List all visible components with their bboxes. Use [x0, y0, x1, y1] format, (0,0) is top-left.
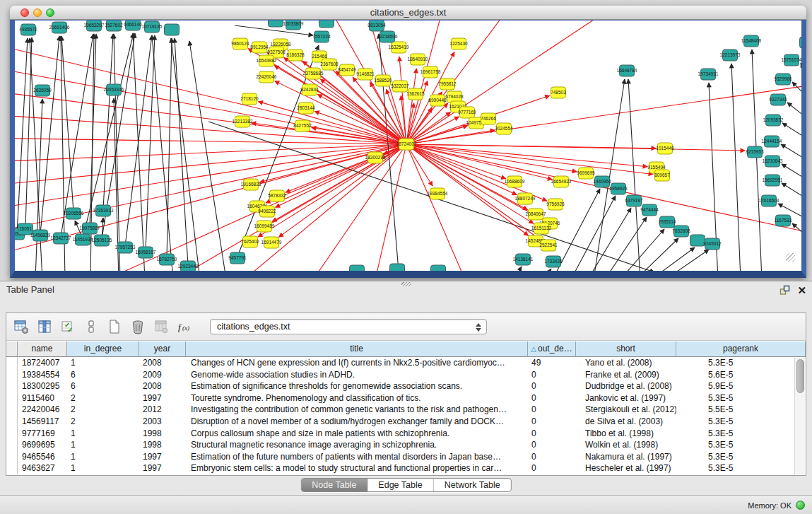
cell-year: 1997 [139, 462, 186, 474]
import-table-icon[interactable] [153, 319, 169, 334]
select-all-icon[interactable]: ✓ ✓ [60, 319, 76, 334]
graph-node[interactable] [431, 265, 446, 271]
close-panel-icon[interactable]: ✕ [797, 285, 806, 296]
cell-in_degree: 2 [67, 404, 139, 416]
graph-node-label: 6794028 [445, 94, 464, 99]
table-vertical-scrollbar[interactable] [794, 358, 805, 474]
graph-node[interactable] [165, 24, 180, 35]
scrollbar-thumb[interactable] [796, 359, 804, 393]
graph-node-label: 12505135 [92, 238, 112, 243]
cell-short: Dudbridge et al. (2008) [576, 380, 676, 392]
graph-node-label: 2367608 [320, 62, 339, 66]
function-builder-icon[interactable]: f (x) [177, 319, 192, 334]
cell-title: Estimation of significance thresholds fo… [186, 380, 528, 392]
cell-title: Tourette syndrome. Phenomenology and cla… [186, 392, 528, 404]
graph-node-label: 20691406 [49, 25, 70, 30]
row-gutter [6, 428, 18, 440]
cell-in_degree: 2 [67, 392, 139, 404]
table-panel-title: Table Panel [6, 284, 54, 295]
graph-node-label: 16654923 [551, 179, 572, 184]
column-header-in_degree[interactable]: in_degree [67, 341, 139, 357]
network-view[interactable]: 1872400798601248912954132260589327508165… [15, 21, 801, 271]
column-header-pagerank[interactable]: pagerank [676, 341, 806, 357]
rows-icon[interactable] [83, 319, 99, 334]
memory-ok-icon [796, 501, 805, 510]
table-row[interactable]: 1830029562008Estimation of significance … [6, 380, 806, 392]
graph-node-label: 16033809 [283, 21, 304, 26]
minimize-window-icon[interactable] [33, 8, 42, 17]
graph-node-label: 6990448 [428, 98, 447, 103]
header-gutter [6, 341, 18, 357]
cell-year: 1998 [139, 428, 186, 440]
float-window-icon[interactable] [779, 285, 790, 296]
table-settings-icon[interactable] [13, 319, 29, 334]
memory-label: Memory: OK [748, 501, 792, 510]
table-row[interactable]: 911546021997Tourette syndrome. Phenomeno… [6, 392, 806, 404]
cell-short: Tibbo et al. (1998) [576, 428, 676, 440]
tab-edge-table[interactable]: Edge Table [367, 479, 433, 491]
graph-node-label: 13226058 [271, 42, 291, 47]
new-table-icon[interactable] [107, 319, 122, 334]
graph-node[interactable] [690, 235, 705, 246]
graph-node[interactable] [800, 37, 802, 48]
graph-node-label: 3024554 [495, 126, 513, 131]
graph-node-label: 9329966 [774, 76, 792, 81]
graph-node-label: 1440954 [593, 179, 611, 184]
graph-node-label: 16782759 [157, 257, 177, 262]
graph-node-label: 9327508 [267, 49, 286, 54]
graph-node-label: 12923448 [178, 264, 199, 269]
tab-node-table[interactable]: Node Table [301, 479, 367, 491]
memory-indicator[interactable]: Memory: OK [748, 496, 805, 514]
graph-node[interactable] [350, 265, 365, 271]
cell-year: 1997 [139, 392, 186, 404]
table-row[interactable]: 1456911722003Disruption of a novel membe… [6, 416, 806, 428]
table-mode-tabs: Node TableEdge TableNetwork Table [300, 478, 511, 492]
graph-node[interactable] [319, 21, 334, 28]
graph-node-label: 1362615 [406, 91, 425, 96]
window-titlebar[interactable]: citations_edges.txt [10, 6, 806, 20]
cell-title: Changes of HCN gene expression and I(f) … [186, 357, 528, 369]
table-row[interactable]: 1938455462009Genome-wide association stu… [6, 369, 806, 381]
tab-network-table[interactable]: Network Table [433, 479, 511, 491]
graph-node-label: 746266 [481, 116, 496, 121]
delete-table-icon[interactable] [130, 319, 146, 334]
graph-node-label: 14136141 [513, 257, 534, 262]
close-window-icon[interactable] [20, 8, 29, 17]
column-header-title[interactable]: title [186, 341, 528, 357]
cell-year: 1998 [139, 439, 186, 451]
cell-year: 2012 [139, 404, 186, 416]
column-header-year[interactable]: year [139, 341, 186, 357]
cell-pagerank: 5.3E-5 [676, 357, 806, 369]
graph-node-label: 7955812 [438, 81, 457, 86]
table-row[interactable]: 946362711997Embryonic stem cells: a mode… [6, 462, 806, 474]
table-select-combo[interactable]: citations_edges.txt [210, 319, 487, 334]
graph-node-label: 19734931 [698, 71, 719, 76]
column-header-out_degree[interactable]: △out_de… [528, 341, 576, 357]
row-gutter [6, 404, 18, 416]
show-column-icon[interactable] [37, 319, 52, 334]
graph-node-label: 7557224 [312, 34, 331, 39]
cell-year: 2008 [139, 357, 186, 369]
graph-node[interactable] [390, 264, 405, 271]
table-row[interactable]: 977716911998Corpus callosum shape and si… [6, 428, 806, 440]
graph-node-label: 19166823 [241, 182, 261, 187]
table-row[interactable]: 969969511998Structural magnetic resonanc… [6, 439, 806, 451]
cell-pagerank: 5.9E-5 [676, 380, 806, 392]
column-header-label: out_de… [538, 344, 572, 354]
table-row[interactable]: 946554611997Estimation of the future num… [6, 451, 806, 463]
column-header-name[interactable]: name [18, 341, 67, 357]
graph-node-label: 5878332 [268, 193, 286, 198]
table-row[interactable]: 1872400712008Changes of HCN gene express… [6, 357, 806, 369]
table-row[interactable]: 2242004622012Investigating the contribut… [6, 404, 806, 416]
window-resize-grip[interactable] [786, 253, 795, 262]
cell-year: 2003 [139, 416, 186, 428]
graph-node-label: 19384554 [428, 191, 448, 196]
graph-nodes: 1872400798601248912954132260589327508165… [15, 21, 801, 271]
table-browser-card: ✓ ✓ [6, 313, 806, 476]
graph-node-label: 7625402 [241, 239, 259, 244]
cell-pagerank: 5.3E-5 [676, 416, 806, 428]
column-header-short[interactable]: short [576, 341, 676, 357]
graph-node[interactable] [269, 21, 283, 27]
cell-title: Investigating the contribution of common… [186, 404, 528, 416]
zoom-window-icon[interactable] [46, 8, 54, 17]
